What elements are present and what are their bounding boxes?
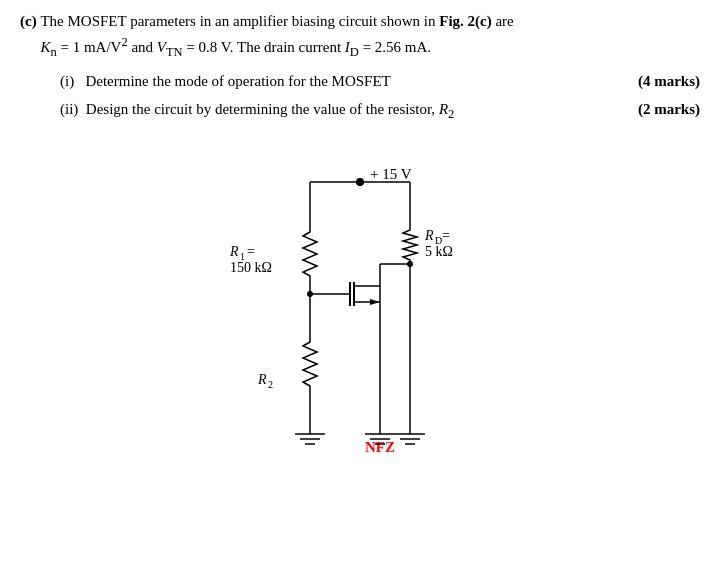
sub-question-ii: (ii) Design the circuit by determining t… xyxy=(60,97,700,124)
sub-question-i: (i) Determine the mode of operation for … xyxy=(60,69,700,93)
question-text: The MOSFET parameters in an amplifier bi… xyxy=(40,10,513,61)
question-label: (c) xyxy=(20,10,40,61)
r2-label-sym: R xyxy=(257,372,267,387)
nfz-label: NFZ xyxy=(365,439,395,455)
circuit-svg: + 15 V R 1 = 150 kΩ xyxy=(170,144,550,464)
r1-resistor xyxy=(303,224,317,294)
sub-q-i-text: (i) Determine the mode of operation for … xyxy=(60,69,618,93)
sub-q-i-marks: (4 marks) xyxy=(638,69,700,93)
r1-equals: = xyxy=(247,244,255,259)
r1-label-sym: R xyxy=(229,244,239,259)
r1-value: 150 kΩ xyxy=(230,260,272,275)
r2-subscript: 2 xyxy=(268,379,273,390)
question-header: (c) The MOSFET parameters in an amplifie… xyxy=(20,10,700,61)
rd-label-sym: R xyxy=(424,228,434,243)
rd-resistor xyxy=(403,224,417,264)
voltage-label: + 15 V xyxy=(370,166,412,182)
sub-q-ii-marks: (2 marks) xyxy=(638,97,700,124)
mosfet-arrow xyxy=(370,299,380,305)
sub-q-ii-text: (ii) Design the circuit by determining t… xyxy=(60,97,618,124)
sub-questions: (i) Determine the mode of operation for … xyxy=(60,69,700,124)
rd-equals: = xyxy=(442,228,450,243)
circuit-diagram: + 15 V R 1 = 150 kΩ xyxy=(20,144,700,464)
r2-resistor xyxy=(303,334,317,404)
rd-value: 5 kΩ xyxy=(425,244,453,259)
